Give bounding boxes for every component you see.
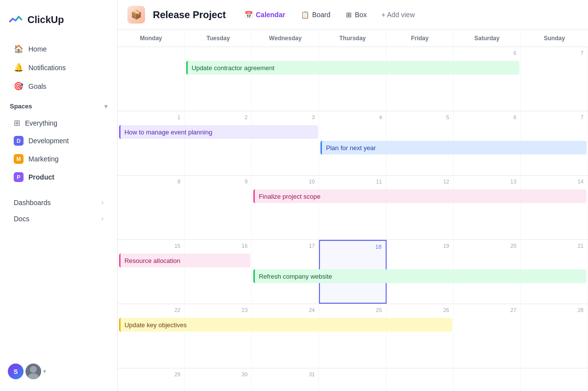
calendar-cell[interactable]: 8 bbox=[118, 176, 185, 239]
cell-date-number: 30 bbox=[187, 370, 249, 379]
sidebar-item-dashboards[interactable]: Dashboards › bbox=[4, 195, 113, 210]
sidebar-item-home[interactable]: 🏠 Home bbox=[4, 40, 113, 58]
calendar-cell[interactable]: 3 bbox=[252, 111, 319, 175]
day-wednesday: Wednesday bbox=[252, 30, 319, 47]
view-tabs: 📅 Calendar 📋 Board ⊞ Box + Add view bbox=[238, 8, 421, 22]
cell-date-number: 13 bbox=[456, 178, 518, 186]
calendar-cell[interactable]: 23 bbox=[185, 304, 252, 368]
calendar-cell[interactable] bbox=[252, 47, 319, 111]
event-bar-finalize-scope[interactable]: Finalize project scope bbox=[253, 189, 587, 203]
calendar-cell[interactable]: 1 bbox=[118, 111, 185, 175]
development-badge: D bbox=[14, 136, 24, 146]
day-friday: Friday bbox=[387, 30, 454, 47]
calendar-cell[interactable] bbox=[319, 368, 386, 391]
cell-date-number: 26 bbox=[389, 306, 451, 315]
calendar-cell[interactable]: 24 bbox=[252, 304, 319, 368]
sidebar-item-product-label: Product bbox=[28, 173, 54, 181]
calendar-cell[interactable]: 30 bbox=[185, 368, 252, 391]
box-tab-icon: ⊞ bbox=[346, 11, 352, 19]
calendar-cell[interactable]: 6 bbox=[454, 47, 521, 111]
calendar-cell[interactable] bbox=[319, 47, 386, 111]
main-content: 📦 Release Project 📅 Calendar 📋 Board ⊞ B… bbox=[118, 0, 588, 391]
event-bar-update-contractor[interactable]: Update contractor agreement bbox=[186, 61, 519, 75]
calendar-container: Monday Tuesday Wednesday Thursday Friday… bbox=[118, 30, 588, 391]
add-view-button[interactable]: + Add view bbox=[375, 8, 420, 22]
sidebar-nav: 🏠 Home 🔔 Notifications 🎯 Goals bbox=[0, 39, 117, 96]
event-bar-plan-next-year[interactable]: Plan for next year bbox=[320, 141, 587, 155]
calendar-cell[interactable] bbox=[387, 47, 454, 111]
cell-date-number: 25 bbox=[321, 306, 384, 315]
calendar-cell[interactable]: 27 bbox=[454, 304, 521, 368]
calendar-cell[interactable]: 28 bbox=[521, 304, 588, 368]
calendar-cell[interactable]: 29 bbox=[118, 368, 185, 391]
calendar-cell[interactable]: 26 bbox=[387, 304, 454, 368]
goals-icon: 🎯 bbox=[14, 81, 24, 91]
sidebar-item-docs[interactable]: Docs › bbox=[4, 211, 113, 227]
calendar-cell[interactable]: 11 bbox=[319, 176, 386, 239]
avatar-photo bbox=[25, 364, 41, 379]
calendar-cell[interactable] bbox=[521, 368, 588, 391]
calendar-cell[interactable]: 25 bbox=[319, 304, 386, 368]
sidebar-item-goals[interactable]: 🎯 Goals bbox=[4, 77, 113, 95]
calendar-cell[interactable] bbox=[387, 368, 454, 391]
page-header: 📦 Release Project 📅 Calendar 📋 Board ⊞ B… bbox=[118, 0, 588, 30]
day-saturday: Saturday bbox=[454, 30, 521, 47]
cell-date-number: 5 bbox=[389, 113, 451, 122]
calendar-cell[interactable] bbox=[185, 47, 252, 111]
spaces-list: ⊞ Everything D Development M Marketing P… bbox=[0, 114, 117, 186]
event-bar-resource-alloc[interactable]: Resource allocation bbox=[119, 254, 251, 267]
box-tab-label: Box bbox=[355, 11, 367, 19]
calendar-cell[interactable]: 15 bbox=[118, 240, 185, 304]
chevron-right-icon-docs: › bbox=[101, 215, 103, 222]
add-view-label: + Add view bbox=[381, 11, 415, 19]
cell-date-number bbox=[321, 370, 384, 373]
calendar-cell[interactable]: 12 bbox=[387, 176, 454, 239]
cell-date-number: 1 bbox=[120, 113, 182, 122]
day-tuesday: Tuesday bbox=[185, 30, 252, 47]
product-badge: P bbox=[14, 172, 24, 182]
app-name: ClickUp bbox=[27, 14, 64, 26]
project-icon: 📦 bbox=[127, 6, 145, 24]
avatar-chevron-icon: ▾ bbox=[43, 368, 46, 375]
svg-point-0 bbox=[30, 366, 37, 373]
calendar-cell[interactable] bbox=[454, 368, 521, 391]
calendar-cell[interactable]: 10 bbox=[252, 176, 319, 239]
calendar-cell[interactable]: 16 bbox=[185, 240, 252, 304]
sidebar-item-product[interactable]: P Product bbox=[4, 168, 113, 186]
sidebar-item-marketing[interactable]: M Marketing bbox=[4, 150, 113, 168]
tab-calendar[interactable]: 📅 Calendar bbox=[238, 8, 292, 22]
event-bar-refresh-website[interactable]: Refresh company website bbox=[253, 269, 587, 283]
sidebar-item-notifications[interactable]: 🔔 Notifications bbox=[4, 58, 113, 77]
project-title: Release Project bbox=[153, 9, 226, 21]
calendar-tab-label: Calendar bbox=[256, 11, 285, 19]
calendar-cell[interactable]: 13 bbox=[454, 176, 521, 239]
home-icon: 🏠 bbox=[14, 44, 24, 53]
sidebar-item-everything[interactable]: ⊞ Everything bbox=[4, 114, 113, 131]
spaces-label: Spaces bbox=[10, 103, 32, 110]
calendar-cell[interactable]: 14 bbox=[521, 176, 588, 239]
docs-label: Docs bbox=[14, 215, 29, 223]
cell-date-number: 17 bbox=[254, 242, 317, 251]
svg-point-1 bbox=[28, 373, 39, 379]
calendar-cell[interactable]: 9 bbox=[185, 176, 252, 239]
event-bar-manage-event[interactable]: How to manage event planning bbox=[119, 125, 318, 139]
avatar-group[interactable]: S ▾ bbox=[0, 360, 117, 383]
calendar-cell[interactable]: 2 bbox=[185, 111, 252, 175]
dashboards-label: Dashboards bbox=[14, 199, 51, 207]
sidebar-item-everything-label: Everything bbox=[25, 119, 57, 127]
calendar-cell[interactable]: 7 bbox=[521, 47, 588, 111]
cell-date-number: 10 bbox=[254, 178, 317, 186]
calendar-week-2: 891011121314Finalize project scope bbox=[118, 176, 588, 240]
event-bar-update-objectives[interactable]: Update key objectives bbox=[119, 318, 452, 332]
tab-box[interactable]: ⊞ Box bbox=[339, 8, 373, 22]
calendar-cell[interactable] bbox=[118, 47, 185, 111]
cell-date-number: 27 bbox=[456, 306, 518, 315]
app-logo[interactable]: ClickUp bbox=[0, 8, 117, 39]
calendar-cell[interactable]: 22 bbox=[118, 304, 185, 368]
cell-date-number bbox=[120, 49, 182, 52]
tab-board[interactable]: 📋 Board bbox=[294, 8, 337, 22]
spaces-section[interactable]: Spaces ▾ bbox=[0, 96, 117, 114]
calendar-week-3: 15161718192021Resource allocationRefresh… bbox=[118, 240, 588, 304]
calendar-cell[interactable]: 31 bbox=[252, 368, 319, 391]
sidebar-item-development[interactable]: D Development bbox=[4, 132, 113, 150]
